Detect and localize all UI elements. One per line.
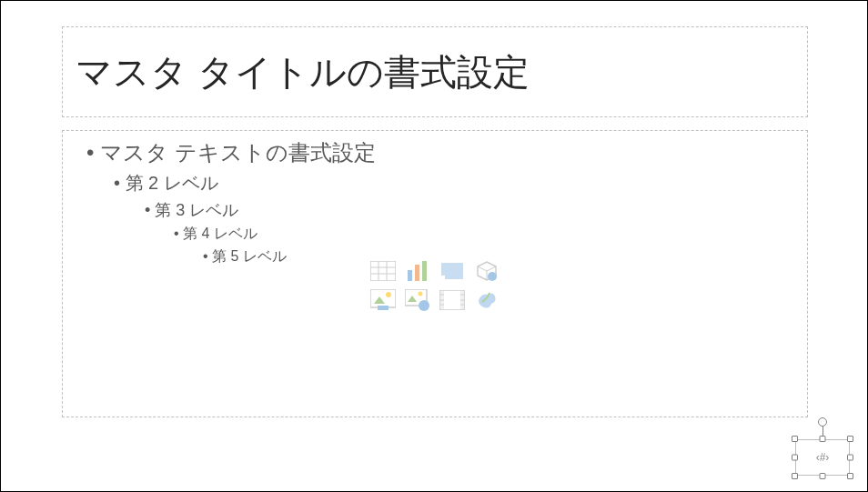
- slide-number-placeholder[interactable]: ‹#›: [795, 439, 850, 476]
- content-list: マスタ テキストの書式設定 第 2 レベル 第 3 レベル 第 4 レベル 第 …: [76, 138, 794, 266]
- list-item[interactable]: 第 3 レベル: [76, 199, 794, 221]
- resize-handle-nw[interactable]: [792, 436, 798, 442]
- insert-online-picture-icon[interactable]: [402, 287, 433, 313]
- svg-marker-16: [408, 296, 417, 302]
- insert-3d-model-icon[interactable]: [471, 258, 502, 284]
- resize-handle-se[interactable]: [847, 473, 853, 479]
- list-text-level4: 第 4 レベル: [183, 226, 257, 241]
- title-text[interactable]: マスタ タイトルの書式設定: [76, 47, 530, 97]
- svg-rect-11: [370, 289, 396, 307]
- insert-smartart-icon[interactable]: [437, 258, 468, 284]
- svg-point-17: [419, 292, 423, 296]
- svg-point-18: [419, 300, 429, 311]
- list-text-level3: 第 3 レベル: [155, 201, 238, 219]
- svg-rect-6: [415, 265, 419, 281]
- svg-rect-9: [445, 268, 463, 279]
- svg-rect-7: [422, 261, 427, 281]
- insert-picture-icon[interactable]: [368, 287, 399, 313]
- insert-icon-icon[interactable]: [471, 287, 502, 313]
- list-text-level5: 第 5 レベル: [212, 248, 287, 264]
- svg-point-10: [488, 272, 497, 281]
- insert-video-icon[interactable]: [437, 287, 468, 313]
- svg-point-13: [386, 292, 391, 297]
- insert-chart-icon[interactable]: [402, 258, 433, 284]
- list-item[interactable]: 第 2 レベル: [76, 171, 794, 196]
- list-text-level2: 第 2 レベル: [126, 173, 218, 193]
- svg-rect-0: [370, 261, 396, 281]
- content-insert-icons: [368, 258, 502, 313]
- resize-handle-n[interactable]: [820, 436, 826, 442]
- insert-table-icon[interactable]: [368, 258, 399, 284]
- svg-rect-5: [408, 270, 412, 281]
- list-text-level1: マスタ テキストの書式設定: [100, 140, 376, 165]
- selection-outline: [795, 439, 850, 476]
- resize-handle-s[interactable]: [820, 473, 826, 479]
- resize-handle-e[interactable]: [847, 455, 853, 461]
- list-item[interactable]: 第 4 レベル: [76, 225, 794, 244]
- list-item[interactable]: マスタ テキストの書式設定: [76, 138, 794, 167]
- rotation-handle[interactable]: [818, 417, 827, 427]
- content-placeholder[interactable]: マスタ テキストの書式設定 第 2 レベル 第 3 レベル 第 4 レベル 第 …: [62, 130, 808, 417]
- svg-marker-12: [374, 296, 385, 304]
- resize-handle-w[interactable]: [792, 455, 798, 461]
- title-placeholder[interactable]: マスタ タイトルの書式設定: [62, 26, 808, 117]
- svg-rect-14: [378, 306, 389, 310]
- resize-handle-ne[interactable]: [847, 436, 853, 442]
- resize-handle-sw[interactable]: [792, 473, 798, 479]
